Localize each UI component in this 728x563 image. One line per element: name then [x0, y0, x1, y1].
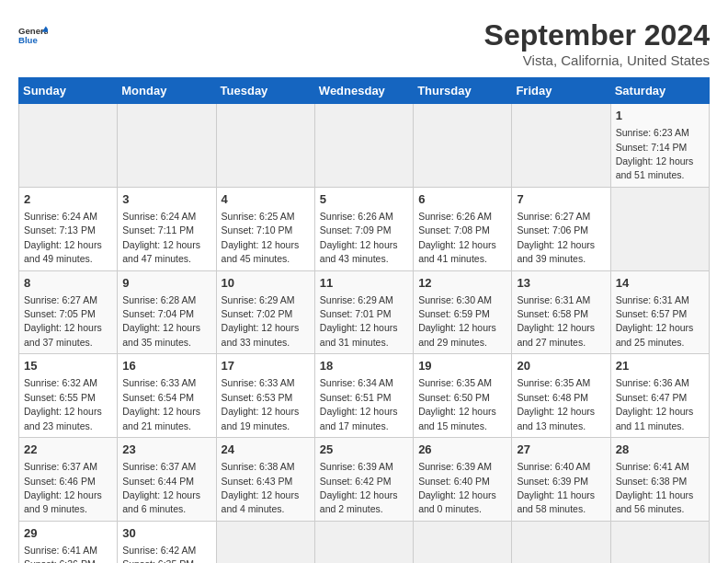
sunrise-info: Sunrise: 6:32 AM	[24, 377, 97, 388]
daylight-info: Daylight: 12 hours and 51 minutes.	[616, 155, 694, 180]
sunrise-info: Sunrise: 6:28 AM	[122, 294, 196, 305]
calendar-cell: 17 Sunrise: 6:33 AM Sunset: 6:53 PM Dayl…	[216, 354, 314, 438]
day-number: 19	[418, 358, 506, 374]
calendar-week-row: 1 Sunrise: 6:23 AM Sunset: 7:14 PM Dayli…	[19, 104, 710, 188]
sunset-info: Sunset: 6:43 PM	[222, 476, 293, 487]
logo: General Blue	[18, 18, 48, 52]
day-number: 28	[616, 442, 704, 458]
sunset-info: Sunset: 6:57 PM	[616, 308, 688, 319]
day-number: 3	[122, 191, 210, 208]
sunrise-info: Sunrise: 6:24 AM	[24, 211, 97, 222]
daylight-info: Daylight: 12 hours and 6 minutes.	[122, 489, 200, 514]
day-number: 20	[517, 358, 605, 374]
sunset-info: Sunset: 6:50 PM	[418, 392, 490, 403]
day-number: 22	[24, 442, 112, 458]
daylight-info: Daylight: 12 hours and 45 minutes.	[222, 239, 300, 264]
daylight-info: Daylight: 12 hours and 47 minutes.	[122, 239, 200, 264]
col-wednesday: Wednesday	[314, 78, 413, 104]
sunset-info: Sunset: 7:08 PM	[418, 224, 490, 236]
daylight-info: Daylight: 12 hours and 29 minutes.	[418, 322, 496, 347]
calendar-cell: 23 Sunrise: 6:37 AM Sunset: 6:44 PM Dayl…	[118, 438, 216, 522]
daylight-info: Daylight: 12 hours and 0 minutes.	[418, 489, 496, 514]
sunrise-info: Sunrise: 6:29 AM	[320, 294, 393, 305]
day-number: 8	[24, 275, 112, 292]
calendar-cell: 14 Sunrise: 6:31 AM Sunset: 6:57 PM Dayl…	[610, 270, 709, 354]
day-number: 4	[222, 191, 310, 208]
calendar-cell: 21 Sunrise: 6:36 AM Sunset: 6:47 PM Dayl…	[610, 354, 709, 438]
day-number: 26	[418, 442, 506, 458]
calendar-cell	[19, 104, 118, 188]
day-number: 11	[320, 275, 408, 292]
daylight-info: Daylight: 12 hours and 31 minutes.	[320, 322, 398, 347]
calendar-cell	[314, 104, 413, 188]
daylight-info: Daylight: 12 hours and 9 minutes.	[24, 489, 102, 514]
daylight-info: Daylight: 12 hours and 49 minutes.	[24, 239, 102, 264]
calendar-cell	[314, 521, 413, 563]
sunset-info: Sunset: 6:59 PM	[418, 308, 490, 319]
calendar-cell	[512, 521, 610, 563]
sunset-info: Sunset: 6:39 PM	[517, 476, 588, 487]
day-number: 16	[122, 358, 210, 374]
sunrise-info: Sunrise: 6:37 AM	[122, 461, 196, 472]
sunset-info: Sunset: 7:06 PM	[517, 224, 588, 236]
sunset-info: Sunset: 6:38 PM	[616, 476, 688, 487]
calendar-cell: 27 Sunrise: 6:40 AM Sunset: 6:39 PM Dayl…	[512, 438, 610, 522]
calendar-cell: 28 Sunrise: 6:41 AM Sunset: 6:38 PM Dayl…	[610, 438, 709, 522]
day-number: 27	[517, 442, 605, 458]
calendar-cell: 26 Sunrise: 6:39 AM Sunset: 6:40 PM Dayl…	[414, 438, 512, 522]
daylight-info: Daylight: 12 hours and 2 minutes.	[320, 489, 398, 514]
col-friday: Friday	[512, 78, 610, 104]
daylight-info: Daylight: 12 hours and 25 minutes.	[616, 322, 694, 347]
daylight-info: Daylight: 12 hours and 11 minutes.	[616, 406, 694, 431]
calendar-cell	[414, 104, 512, 188]
col-thursday: Thursday	[414, 78, 512, 104]
daylight-info: Daylight: 11 hours and 56 minutes.	[616, 489, 694, 514]
sunrise-info: Sunrise: 6:35 AM	[517, 377, 590, 388]
calendar-cell: 24 Sunrise: 6:38 AM Sunset: 6:43 PM Dayl…	[216, 438, 314, 522]
logo-icon: General Blue	[18, 18, 48, 52]
daylight-info: Daylight: 12 hours and 21 minutes.	[122, 406, 200, 431]
calendar-cell: 20 Sunrise: 6:35 AM Sunset: 6:48 PM Dayl…	[512, 354, 610, 438]
calendar-cell: 30 Sunrise: 6:42 AM Sunset: 6:35 PM Dayl…	[118, 521, 216, 563]
sunset-info: Sunset: 7:01 PM	[320, 308, 392, 319]
calendar-cell: 10 Sunrise: 6:29 AM Sunset: 7:02 PM Dayl…	[216, 270, 314, 354]
title-area: September 2024 Vista, California, United…	[484, 18, 710, 68]
sunset-info: Sunset: 7:04 PM	[122, 308, 194, 319]
sunset-info: Sunset: 6:40 PM	[418, 476, 490, 487]
calendar-cell: 18 Sunrise: 6:34 AM Sunset: 6:51 PM Dayl…	[314, 354, 413, 438]
daylight-info: Daylight: 12 hours and 37 minutes.	[24, 322, 102, 347]
sunrise-info: Sunrise: 6:33 AM	[222, 377, 295, 388]
calendar-cell	[216, 104, 314, 188]
day-number: 14	[616, 275, 704, 292]
daylight-info: Daylight: 12 hours and 15 minutes.	[418, 406, 496, 431]
calendar-cell: 4 Sunrise: 6:25 AM Sunset: 7:10 PM Dayli…	[216, 187, 314, 270]
page-title: September 2024	[484, 18, 710, 52]
daylight-info: Daylight: 12 hours and 13 minutes.	[517, 406, 595, 431]
sunrise-info: Sunrise: 6:27 AM	[517, 211, 590, 222]
sunset-info: Sunset: 7:02 PM	[222, 308, 293, 319]
calendar-cell	[610, 521, 709, 563]
calendar-cell: 1 Sunrise: 6:23 AM Sunset: 7:14 PM Dayli…	[610, 104, 709, 188]
daylight-info: Daylight: 12 hours and 35 minutes.	[122, 322, 200, 347]
sunset-info: Sunset: 7:13 PM	[24, 224, 96, 236]
calendar-cell: 19 Sunrise: 6:35 AM Sunset: 6:50 PM Dayl…	[414, 354, 512, 438]
daylight-info: Daylight: 12 hours and 41 minutes.	[418, 239, 496, 264]
sunset-info: Sunset: 7:10 PM	[222, 224, 293, 236]
sunset-info: Sunset: 7:05 PM	[24, 308, 96, 319]
day-number: 7	[517, 191, 605, 208]
calendar-cell: 16 Sunrise: 6:33 AM Sunset: 6:54 PM Dayl…	[118, 354, 216, 438]
day-number: 18	[320, 358, 408, 374]
day-number: 29	[24, 525, 112, 542]
sunset-info: Sunset: 7:14 PM	[616, 142, 688, 153]
calendar-cell: 3 Sunrise: 6:24 AM Sunset: 7:11 PM Dayli…	[118, 187, 216, 270]
calendar-cell: 5 Sunrise: 6:26 AM Sunset: 7:09 PM Dayli…	[314, 187, 413, 270]
svg-text:Blue: Blue	[18, 35, 38, 45]
day-number: 12	[418, 275, 506, 292]
daylight-info: Daylight: 12 hours and 39 minutes.	[517, 239, 595, 264]
sunrise-info: Sunrise: 6:23 AM	[616, 127, 689, 138]
sunrise-info: Sunrise: 6:38 AM	[222, 461, 295, 472]
day-number: 15	[24, 358, 112, 374]
daylight-info: Daylight: 12 hours and 27 minutes.	[517, 322, 595, 347]
sunrise-info: Sunrise: 6:35 AM	[418, 377, 492, 388]
sunrise-info: Sunrise: 6:29 AM	[222, 294, 295, 305]
